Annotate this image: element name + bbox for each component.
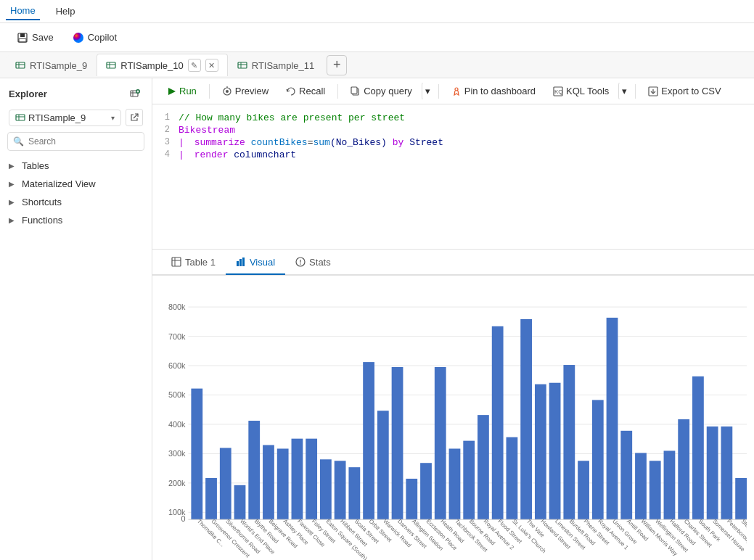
- svg-rect-94: [678, 419, 689, 519]
- svg-rect-96: [707, 427, 718, 519]
- tab-rtisample9[interactable]: RTISample_9: [6, 55, 97, 75]
- svg-rect-69: [320, 459, 332, 519]
- svg-rect-66: [277, 448, 289, 519]
- copy-icon: [351, 86, 361, 96]
- tab-close-button[interactable]: ✕: [205, 59, 218, 72]
- svg-rect-71: [348, 467, 360, 519]
- add-tab-button[interactable]: +: [327, 55, 347, 75]
- svg-rect-7: [107, 62, 115, 68]
- kql-tools-dropdown-button[interactable]: ▾: [618, 82, 631, 100]
- db-dropdown[interactable]: RTISample_9 ▾: [9, 110, 121, 126]
- kql-tools-container: KQL KQL Tools ▾: [545, 82, 631, 100]
- svg-text:500k: 500k: [168, 390, 186, 399]
- svg-point-42: [300, 263, 301, 265]
- search-icon: 🔍: [13, 136, 24, 147]
- svg-rect-28: [351, 87, 357, 94]
- run-icon: [166, 86, 176, 96]
- svg-rect-37: [237, 261, 239, 266]
- run-button[interactable]: Run: [158, 82, 205, 100]
- chevron-right-icon-shortcuts: ▶: [9, 198, 17, 206]
- svg-text:700k: 700k: [168, 332, 186, 341]
- db-selector: RTISample_9 ▾: [0, 106, 152, 132]
- editor-panel: Run Preview Recall: [152, 78, 754, 560]
- code-line-1: 1 // How many bikes are present per stre…: [152, 112, 754, 124]
- svg-text:800k: 800k: [168, 302, 186, 311]
- svg-rect-73: [377, 411, 389, 519]
- tab-rtisample11[interactable]: RTISample_11: [228, 55, 324, 75]
- line-num-4: 4: [152, 149, 179, 160]
- line-content-3: | summarize countBikes=sum(No_Bikes) by …: [179, 137, 754, 148]
- visual-tab-label: Visual: [250, 257, 275, 268]
- svg-rect-84: [535, 384, 546, 519]
- chevron-right-icon: ▶: [9, 162, 17, 170]
- tables-label: Tables: [22, 160, 49, 171]
- db-icon: [15, 112, 25, 123]
- sidebar-item-shortcuts[interactable]: ▶ Shortcuts: [3, 193, 149, 211]
- search-input[interactable]: [7, 132, 144, 151]
- copy-dropdown-button[interactable]: ▾: [422, 82, 434, 100]
- svg-point-25: [226, 90, 229, 93]
- svg-rect-77: [435, 367, 446, 519]
- menu-bar: Home Help: [0, 0, 754, 23]
- kql-tools-button[interactable]: KQL KQL Tools: [545, 82, 617, 100]
- svg-rect-91: [635, 453, 647, 519]
- divider-4: [635, 84, 636, 99]
- tabs-bar: RTISample_9 RTISample_10 ✎ ✕ RTISample_1…: [0, 52, 754, 78]
- svg-rect-75: [406, 479, 417, 519]
- external-link-button[interactable]: [126, 109, 143, 126]
- export-csv-button[interactable]: Export to CSV: [640, 82, 729, 100]
- external-link-icon: [130, 113, 139, 122]
- code-line-4: 4 | render columnchart: [152, 149, 754, 161]
- menu-help[interactable]: Help: [52, 3, 80, 20]
- sidebar-actions: [127, 86, 143, 102]
- shortcuts-label: Shortcuts: [22, 197, 62, 207]
- line-num-1: 1: [152, 112, 179, 123]
- svg-rect-83: [520, 319, 532, 519]
- recall-icon: [286, 86, 296, 96]
- svg-rect-95: [692, 376, 704, 519]
- tab-db-icon-active: [106, 60, 116, 70]
- tab-edit-button[interactable]: ✎: [188, 59, 201, 72]
- svg-rect-2: [19, 38, 26, 42]
- recall-button[interactable]: Recall: [278, 82, 333, 100]
- svg-rect-80: [478, 415, 489, 519]
- stats-icon: [295, 257, 306, 267]
- svg-rect-62: [220, 448, 231, 520]
- svg-marker-23: [168, 88, 176, 95]
- svg-rect-70: [335, 461, 346, 519]
- result-tab-table[interactable]: Table 1: [161, 251, 226, 275]
- save-button[interactable]: Save: [9, 28, 62, 48]
- svg-rect-90: [620, 431, 632, 519]
- tab-rtisample10[interactable]: RTISample_10 ✎ ✕: [97, 54, 227, 76]
- sidebar-item-functions[interactable]: ▶ Functions: [3, 211, 149, 229]
- line-content-4: | render columnchart: [179, 149, 754, 160]
- chart-icon: [236, 257, 246, 267]
- svg-rect-93: [664, 450, 676, 519]
- result-tab-visual[interactable]: Visual: [226, 251, 285, 275]
- pin-icon: [451, 86, 462, 96]
- menu-home[interactable]: Home: [6, 2, 40, 20]
- export-icon: [648, 86, 658, 96]
- svg-rect-82: [507, 437, 518, 519]
- sidebar-item-materialized-view[interactable]: ▶ Materialized View: [3, 175, 149, 193]
- svg-text:400k: 400k: [168, 420, 186, 429]
- preview-button[interactable]: Preview: [214, 82, 276, 100]
- tab-rtisample11-label: RTISample_11: [252, 60, 314, 71]
- svg-rect-61: [205, 478, 217, 519]
- tab-db-icon-11: [237, 60, 247, 70]
- svg-rect-85: [549, 383, 561, 519]
- search-container: 🔍: [7, 132, 144, 151]
- result-tab-stats[interactable]: Stats: [285, 251, 341, 275]
- svg-rect-74: [392, 367, 403, 519]
- code-editor[interactable]: 1 // How many bikes are present per stre…: [152, 104, 754, 250]
- add-datasource-button[interactable]: [127, 86, 143, 102]
- copilot-button[interactable]: Copilot: [65, 28, 125, 48]
- preview-icon: [222, 86, 232, 96]
- line-num-3: 3: [152, 137, 179, 147]
- copy-query-button[interactable]: Copy query: [343, 82, 419, 100]
- pin-dashboard-button[interactable]: Pin to dashboard: [443, 82, 544, 100]
- svg-rect-34: [172, 258, 181, 266]
- svg-rect-76: [420, 463, 432, 519]
- sidebar-item-tables[interactable]: ▶ Tables: [3, 157, 149, 175]
- svg-rect-60: [191, 389, 202, 520]
